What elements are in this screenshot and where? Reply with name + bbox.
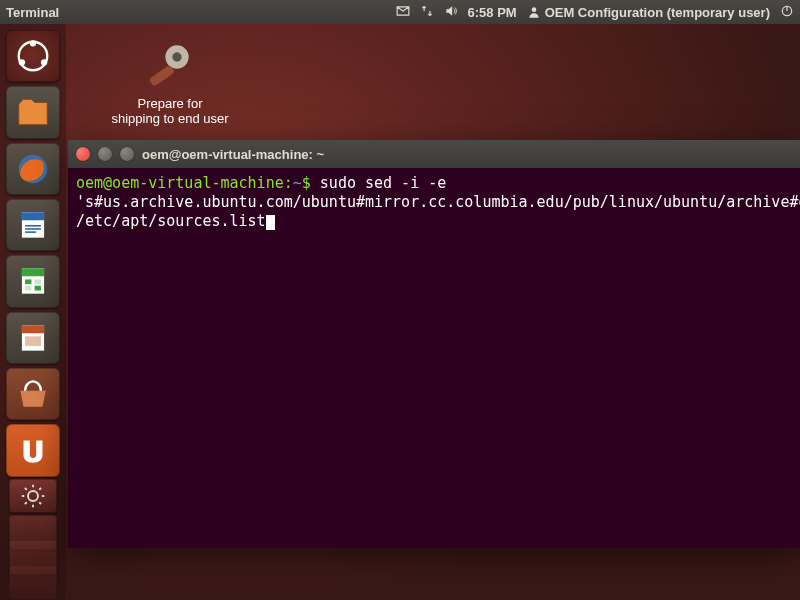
window-close-button[interactable]	[76, 147, 90, 161]
terminal-cursor	[266, 215, 275, 230]
launcher-impress[interactable]	[6, 312, 60, 364]
svg-point-0	[531, 7, 536, 12]
launcher-software-center[interactable]	[6, 368, 60, 420]
terminal-window: oem@oem-virtual-machine: ~ oem@oem-virtu…	[68, 140, 800, 548]
svg-rect-8	[22, 212, 44, 220]
launcher-writer[interactable]	[6, 199, 60, 251]
launcher-ubuntu-one[interactable]	[6, 424, 60, 476]
desktop-icon-prepare[interactable]: Prepare for shipping to end user	[100, 36, 240, 126]
svg-point-3	[30, 40, 36, 46]
svg-point-21	[28, 491, 38, 501]
svg-rect-13	[22, 269, 44, 277]
prompt-user: oem@oem-virtual-machine	[76, 174, 284, 192]
wrench-gear-icon	[142, 36, 198, 92]
svg-point-5	[41, 59, 47, 65]
top-panel: Terminal 6:58 PM OEM Configuration (temp…	[0, 0, 800, 24]
clock[interactable]: 6:58 PM	[468, 5, 517, 20]
active-app-title: Terminal	[6, 5, 59, 20]
launcher-calc[interactable]	[6, 255, 60, 307]
svg-rect-15	[35, 280, 41, 285]
svg-rect-10	[25, 228, 41, 230]
svg-rect-16	[25, 286, 31, 291]
launcher-dash[interactable]	[6, 30, 60, 82]
terminal-body[interactable]: oem@oem-virtual-machine:~$ sudo sed -i -…	[68, 168, 800, 548]
svg-rect-17	[35, 286, 41, 291]
power-icon[interactable]	[780, 4, 794, 21]
window-titlebar[interactable]: oem@oem-virtual-machine: ~	[68, 140, 800, 168]
launcher-files[interactable]	[6, 86, 60, 138]
mail-icon[interactable]	[396, 4, 410, 21]
svg-rect-24	[149, 64, 175, 86]
svg-point-4	[19, 59, 25, 65]
window-maximize-button[interactable]	[120, 147, 134, 161]
svg-rect-19	[22, 325, 44, 333]
user-menu[interactable]: OEM Configuration (temporary user)	[527, 5, 770, 20]
svg-rect-14	[25, 280, 31, 285]
window-minimize-button[interactable]	[98, 147, 112, 161]
launcher-firefox[interactable]	[6, 143, 60, 195]
desktop-icon-label-2: shipping to end user	[100, 111, 240, 126]
network-icon[interactable]	[420, 4, 434, 21]
svg-rect-11	[25, 231, 36, 233]
svg-rect-9	[25, 225, 41, 227]
desktop-icon-label-1: Prepare for	[100, 96, 240, 111]
unity-launcher	[0, 24, 66, 600]
window-title: oem@oem-virtual-machine: ~	[142, 147, 324, 162]
volume-icon[interactable]	[444, 4, 458, 21]
svg-point-23	[172, 52, 181, 61]
launcher-settings[interactable]	[9, 479, 57, 514]
user-label: OEM Configuration (temporary user)	[545, 5, 770, 20]
prompt-path: ~	[293, 174, 302, 192]
launcher-stack2[interactable]	[9, 565, 57, 600]
svg-rect-20	[25, 336, 41, 346]
